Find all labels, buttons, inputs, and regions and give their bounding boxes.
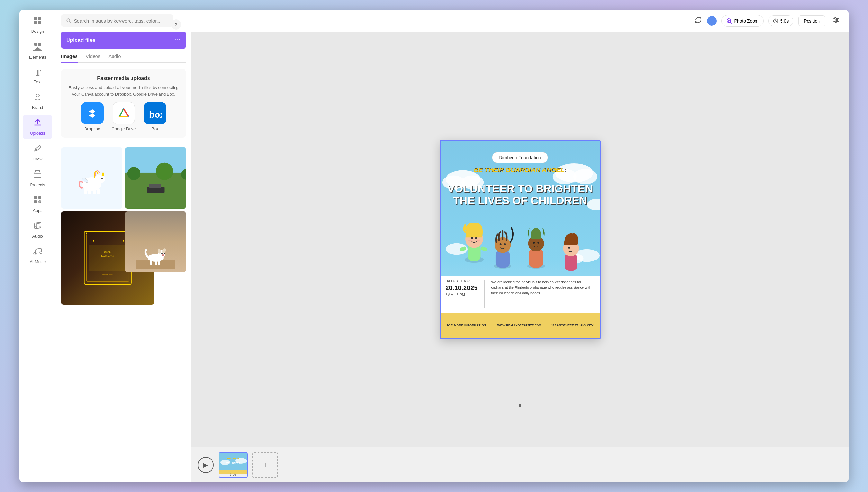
sidebar-item-aimusic[interactable]: AI Music — [23, 243, 52, 268]
dropbox-service[interactable]: Dropbox — [81, 102, 103, 131]
svg-rect-11 — [34, 200, 37, 203]
service-icons: Dropbox Google Drive — [68, 102, 180, 131]
apps-icon — [33, 195, 42, 206]
svg-point-89 — [537, 242, 539, 244]
design-icon — [33, 16, 42, 27]
foundation-text: Rimberio Foundation — [499, 155, 541, 160]
svg-point-77 — [477, 240, 480, 242]
date-value: 20.10.2025 — [445, 284, 478, 292]
sidebar-item-uploads[interactable]: Uploads — [23, 115, 52, 139]
children-characters — [441, 215, 599, 272]
image-thumb-landscape[interactable] — [125, 147, 186, 209]
svg-text:BE THEIR: BE THEIR — [227, 457, 239, 460]
box-service[interactable]: box Box — [144, 102, 166, 131]
svg-marker-6 — [33, 47, 42, 51]
time-value: 8 AM - 5 PM — [445, 293, 478, 296]
svg-point-48 — [163, 253, 165, 254]
svg-point-83 — [499, 243, 501, 245]
close-panel-button[interactable]: × — [171, 19, 181, 30]
draw-icon — [33, 144, 42, 155]
sidebar-item-elements[interactable]: Elements — [23, 39, 52, 63]
svg-text:Park Farm Visit: Park Farm Visit — [101, 254, 114, 256]
svg-point-75 — [475, 237, 477, 239]
slide-thumbnail: BE THEIR VOLUNTEER — [219, 453, 247, 474]
svg-rect-1 — [38, 17, 41, 20]
footer-info: FOR MORE INFORMATION: — [446, 324, 487, 327]
canvas-headline2: VOLUNTEER TO BRIGHTEN THE LIVES OF CHILD… — [447, 183, 593, 207]
sidebar-item-audio[interactable]: Audio — [23, 218, 52, 242]
play-button[interactable]: ▶ — [198, 457, 214, 473]
sidebar-item-brand[interactable]: Brand — [23, 89, 52, 113]
photo-zoom-label: Photo Zoom — [734, 18, 758, 23]
image-thumb-wedding[interactable] — [125, 211, 186, 273]
svg-point-4 — [34, 43, 37, 46]
gdrive-service[interactable]: Google Drive — [111, 102, 136, 131]
app-container: Design Elements T Text Bran — [19, 10, 849, 482]
tab-videos[interactable]: Videos — [86, 53, 101, 62]
promo-title: Faster media uploads — [68, 76, 180, 81]
promo-box: Faster media uploads Easily access and u… — [61, 69, 186, 138]
canvas-date-section: DATE & TIME: 20.10.2025 8 AM - 5 PM — [445, 279, 478, 309]
svg-point-7 — [36, 94, 39, 97]
gdrive-icon — [112, 102, 135, 124]
slide-time: 5.0s — [219, 472, 247, 476]
tab-audio[interactable]: Audio — [108, 53, 121, 62]
dropbox-icon — [81, 102, 103, 124]
svg-point-92 — [568, 247, 570, 249]
svg-rect-5 — [38, 43, 41, 46]
svg-text:Festival Event: Festival Event — [102, 273, 113, 275]
position-button[interactable]: Position — [798, 16, 825, 26]
uploads-panel: × Upload files ··· Images Videos Audio F… — [56, 10, 191, 482]
add-slide-button[interactable]: + — [252, 452, 278, 478]
svg-rect-79 — [480, 246, 488, 252]
image-grid: Diwali Park Farm Visit ✦ ✦ Festival Even… — [61, 147, 186, 304]
tab-images[interactable]: Images — [61, 53, 78, 63]
text-icon: T — [35, 68, 41, 78]
duration-button[interactable]: 5.0s — [768, 16, 793, 26]
image-thumb-unicorn[interactable] — [61, 147, 123, 209]
search-input[interactable] — [74, 18, 169, 23]
sidebar-item-apps[interactable]: Apps — [23, 192, 52, 216]
svg-rect-33 — [149, 183, 161, 188]
brand-icon — [33, 92, 42, 103]
refresh-button[interactable] — [694, 16, 702, 25]
scroll-indicator — [519, 404, 521, 407]
gdrive-label: Google Drive — [111, 126, 136, 131]
svg-text:✦: ✦ — [92, 239, 95, 243]
svg-text:box: box — [149, 110, 162, 120]
svg-rect-36 — [90, 245, 126, 271]
photo-zoom-button[interactable]: Photo Zoom — [721, 15, 763, 27]
design-canvas[interactable]: Rimberio Foundation BE THEIR GUARDIAN AN… — [440, 140, 601, 339]
color-swatch[interactable] — [707, 16, 717, 26]
filmstrip-slide-1[interactable]: BE THEIR VOLUNTEER 5.0s — [219, 452, 248, 478]
icon-sidebar: Design Elements T Text Bran — [19, 10, 56, 482]
unicorn-svg — [77, 160, 106, 196]
top-toolbar: Photo Zoom 5.0s Position — [191, 10, 849, 32]
svg-rect-22 — [93, 189, 96, 194]
media-tabs: Images Videos Audio — [61, 53, 186, 63]
filmstrip: ▶ BE THEIR VOLUNTEER 5.0s + — [191, 447, 849, 482]
dropbox-label: Dropbox — [84, 126, 100, 131]
svg-rect-3 — [38, 21, 41, 24]
svg-rect-2 — [34, 21, 37, 24]
sidebar-label-audio: Audio — [32, 234, 43, 239]
svg-text:✦: ✦ — [122, 239, 125, 243]
upload-files-button[interactable]: Upload files ··· — [61, 31, 186, 49]
sidebar-item-text[interactable]: T Text — [23, 64, 52, 88]
adjust-button[interactable] — [830, 14, 842, 28]
landscape-svg — [125, 147, 186, 209]
box-icon: box — [144, 102, 166, 124]
svg-rect-10 — [38, 196, 41, 199]
svg-point-56 — [835, 18, 836, 19]
svg-rect-8 — [34, 172, 41, 177]
svg-rect-23 — [97, 189, 100, 194]
svg-marker-25 — [101, 171, 104, 176]
sidebar-item-draw[interactable]: Draw — [23, 141, 52, 165]
svg-point-76 — [468, 240, 471, 242]
svg-point-74 — [471, 237, 473, 239]
svg-rect-50 — [150, 260, 152, 265]
svg-rect-52 — [158, 260, 160, 265]
zoom-icon — [726, 18, 732, 24]
sidebar-item-projects[interactable]: Projects — [23, 166, 52, 190]
sidebar-item-design[interactable]: Design — [23, 13, 52, 37]
